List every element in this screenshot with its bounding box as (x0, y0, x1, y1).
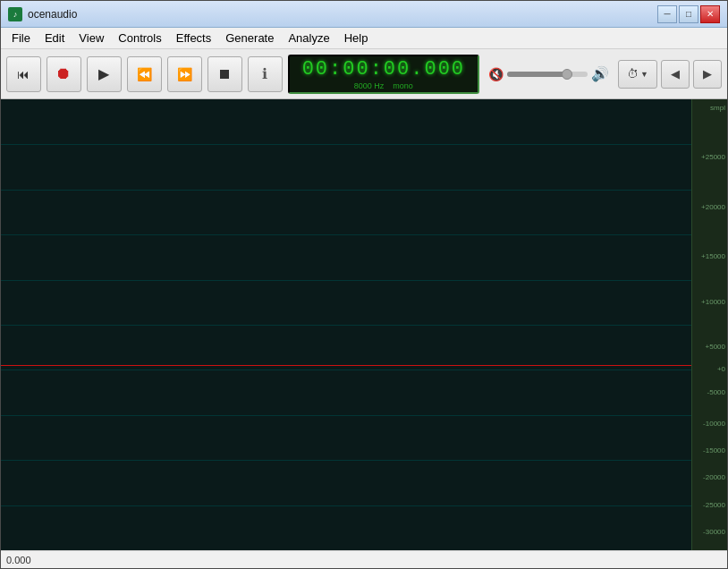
maximize-button[interactable]: □ (679, 5, 698, 23)
rewind-button[interactable]: ⏪ (127, 56, 162, 92)
fast-forward-button[interactable]: ⏩ (167, 56, 202, 92)
menu-item-effects[interactable]: Effects (169, 30, 219, 47)
time-info: 8000 Hz mono (354, 81, 413, 90)
scale-label-20000: +20000 (701, 203, 725, 211)
menu-item-generate[interactable]: Generate (218, 30, 281, 47)
scale-label-neg10000: -10000 (703, 420, 725, 428)
channels: mono (393, 81, 413, 90)
menu-item-view[interactable]: View (72, 30, 111, 47)
menu-item-controls[interactable]: Controls (111, 30, 168, 47)
grid-lines (1, 99, 691, 550)
dropdown-arrow: ▼ (640, 70, 648, 79)
window-controls: ─ □ ✕ (657, 5, 720, 23)
mute-icon[interactable]: 🔇 (488, 67, 504, 81)
scale-label-15000: +15000 (701, 252, 725, 260)
stop-button[interactable]: ⏹ (207, 56, 242, 92)
minimize-button[interactable]: ─ (657, 5, 677, 23)
transport-right: ⏱ ▼ ◀ ▶ (618, 60, 722, 89)
volume-knob[interactable] (562, 69, 572, 80)
info-button[interactable]: ℹ (248, 56, 283, 92)
scale-label-neg30000: -30000 (703, 528, 725, 536)
clock-icon: ⏱ (627, 67, 639, 81)
main-area: smpl +25000 +20000 +15000 +10000 +5000 +… (1, 99, 727, 550)
scale-label-neg25000: -25000 (703, 501, 725, 509)
scale-label-10000: +10000 (701, 298, 725, 306)
close-button[interactable]: ✕ (700, 5, 720, 23)
waveform-canvas[interactable] (1, 99, 691, 550)
play-button[interactable]: ▶ (87, 56, 122, 92)
play-to-start-button[interactable]: ⏮ (6, 56, 41, 92)
scale-label-smpl: smpl (710, 104, 725, 112)
menu-item-analyze[interactable]: Analyze (281, 30, 336, 47)
scale-ruler: smpl +25000 +20000 +15000 +10000 +5000 +… (691, 99, 727, 550)
scale-label-neg15000: -15000 (703, 446, 725, 454)
menu-item-edit[interactable]: Edit (38, 30, 72, 47)
title-bar: ♪ ocenaudio ─ □ ✕ (1, 1, 727, 28)
record-button[interactable]: ⏺ (47, 56, 81, 92)
status-bar: 0.000 (1, 550, 727, 568)
scale-label-0: +0 (717, 365, 725, 373)
sample-rate: 8000 Hz (354, 81, 385, 90)
back-nav-button[interactable]: ◀ (661, 60, 690, 89)
toolbar: ⏮ ⏺ ▶ ⏪ ⏩ ⏹ ℹ 00:00:00.000 8000 Hz mono … (1, 49, 727, 99)
position-value: 0.000 (6, 555, 31, 565)
scale-label-25000: +25000 (701, 153, 725, 161)
time-value: 00:00:00.000 (302, 58, 465, 81)
volume-slider[interactable] (507, 72, 588, 77)
volume-section: 🔇 🔊 (488, 65, 609, 82)
main-window: ♪ ocenaudio ─ □ ✕ FileEditViewControlsEf… (0, 0, 728, 569)
scale-label-neg20000: -20000 (703, 473, 725, 481)
menu-item-file[interactable]: File (4, 30, 38, 47)
forward-nav-button[interactable]: ▶ (693, 60, 722, 89)
menu-bar: FileEditViewControlsEffectsGenerateAnaly… (1, 28, 727, 49)
scale-label-neg5000: -5000 (707, 388, 725, 396)
time-display: 00:00:00.000 8000 Hz mono (288, 55, 479, 94)
speaker-icon: 🔊 (591, 65, 609, 82)
app-icon: ♪ (8, 7, 22, 21)
scale-label-5000: +5000 (706, 343, 725, 351)
menu-item-help[interactable]: Help (337, 30, 376, 47)
window-title: ocenaudio (28, 8, 657, 21)
clock-dropdown-button[interactable]: ⏱ ▼ (618, 60, 657, 89)
zero-line (1, 365, 691, 366)
